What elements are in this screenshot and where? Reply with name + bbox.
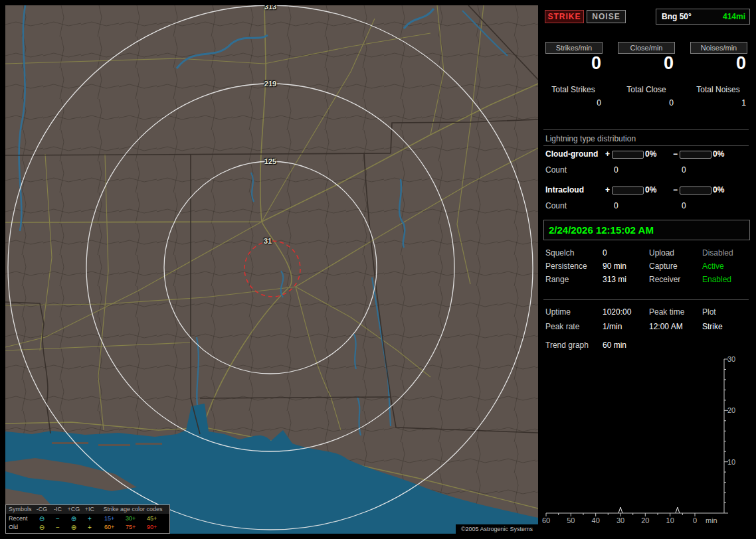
legend-symbols-header: Symbols (9, 505, 34, 514)
legend-old-label: Old (9, 523, 34, 532)
bearing-range-value: 414mi (723, 9, 745, 24)
ic-plus-count: 0 (614, 201, 618, 210)
cg-neg-recent-icon: ⊖ (34, 514, 50, 523)
persistence-label: Persistence (545, 262, 587, 271)
total-close-label: Total Close (615, 85, 678, 94)
cg-neg-old-icon: ⊖ (34, 523, 50, 532)
plot-label: Plot (702, 307, 716, 317)
ring-label-31: 31 (264, 237, 272, 245)
legend-col-ic-neg: -IC (50, 505, 66, 514)
total-noises-label: Total Noises (687, 85, 749, 94)
range-label: Range (545, 275, 569, 284)
svg-text:10: 10 (727, 458, 735, 466)
app-window: 313 219 125 31 Symbols -CG -IC +CG +IC S… (0, 0, 756, 539)
noise-indicator-button[interactable]: NOISE (587, 10, 626, 23)
trend-graph-value: 60 min (603, 341, 626, 350)
legend-col-cg-pos: +CG (66, 505, 82, 514)
lightning-map[interactable]: 313 219 125 31 Symbols -CG -IC +CG +IC S… (5, 5, 538, 534)
close-per-min-value: 0 (618, 53, 674, 74)
distribution-title: Lightning type distribution (545, 134, 636, 143)
svg-text:0: 0 (693, 516, 697, 524)
legend-header: Symbols -CG -IC +CG +IC Strike age color… (6, 505, 169, 514)
age-75: 75+ (126, 523, 145, 532)
divider (543, 299, 749, 300)
minus-sign: − (673, 185, 678, 194)
ring-label-219: 219 (264, 80, 276, 88)
cg-minus-bar (680, 151, 711, 159)
age-30: 30+ (126, 514, 145, 523)
cg-count-label: Count (545, 165, 567, 175)
symbol-legend: Symbols -CG -IC +CG +IC Strike age color… (5, 504, 170, 534)
total-strikes-value: 0 (547, 98, 601, 108)
ic-pos-recent-icon: + (82, 514, 98, 523)
copyright-notice: ©2005 Astrogenic Systems (456, 524, 538, 534)
cg-plus-pct: 0% (645, 149, 656, 159)
status-panel: STRIKE NOISE Bng 50° 414mi Strikes/min C… (542, 5, 752, 534)
datetime-value: 2/24/2026 12:15:02 AM (549, 220, 654, 240)
peak-time-label: Peak time (649, 307, 684, 317)
ic-neg-recent-icon: − (50, 514, 66, 523)
minus-sign: − (673, 149, 678, 159)
cg-pos-recent-icon: ⊕ (66, 514, 82, 523)
ic-pos-old-icon: + (82, 523, 98, 532)
trend-graph-label: Trend graph (545, 341, 589, 350)
svg-text:20: 20 (727, 406, 735, 414)
receiver-label: Receiver (649, 275, 680, 284)
uptime-label: Uptime (545, 307, 571, 317)
svg-text:50: 50 (567, 516, 575, 524)
svg-text:30: 30 (616, 516, 624, 524)
svg-text:40: 40 (592, 516, 600, 524)
ic-minus-count: 0 (682, 201, 686, 210)
svg-text:60: 60 (542, 516, 550, 524)
age-45: 45+ (147, 514, 167, 523)
bearing-readout: Bng 50° 414mi (656, 9, 750, 25)
legend-recent-label: Recent (9, 514, 34, 523)
divider (543, 129, 749, 130)
bearing-label: Bng 50° (662, 9, 692, 24)
upload-label: Upload (649, 248, 674, 258)
range-value: 313 mi (603, 275, 626, 284)
cg-plus-bar (612, 151, 644, 159)
strike-indicator-button[interactable]: STRIKE (545, 10, 584, 23)
legend-col-cg-neg: -CG (34, 505, 50, 514)
squelch-label: Squelch (545, 248, 574, 258)
datetime-box: 2/24/2026 12:15:02 AM (543, 220, 750, 240)
total-noises-value: 1 (692, 98, 746, 108)
svg-text:20: 20 (641, 516, 649, 524)
svg-text:min: min (706, 516, 717, 524)
cg-minus-count: 0 (682, 165, 686, 175)
capture-value: Active (702, 262, 724, 271)
age-15: 15+ (104, 514, 124, 523)
cg-plus-count: 0 (614, 165, 618, 175)
upload-value: Disabled (702, 248, 733, 258)
strikes-per-min-value: 0 (545, 53, 601, 74)
ring-label-125: 125 (264, 157, 276, 165)
cg-pos-old-icon: ⊕ (66, 523, 82, 532)
ic-plus-pct: 0% (645, 185, 656, 194)
ic-neg-old-icon: − (50, 523, 66, 532)
peak-time-value: 12:00 AM (649, 322, 683, 331)
ic-count-label: Count (545, 201, 567, 210)
age-60: 60+ (104, 523, 124, 532)
trend-graph: 3020106050403020100min (542, 356, 751, 528)
receiver-value: Enabled (702, 275, 731, 284)
svg-text:30: 30 (727, 356, 735, 363)
squelch-value: 0 (603, 248, 607, 258)
total-close-value: 0 (619, 98, 674, 108)
legend-col-ic-pos: +IC (82, 505, 98, 514)
svg-text:10: 10 (666, 516, 674, 524)
plus-sign: + (605, 149, 610, 159)
close-per-min-header: Close/min (618, 42, 675, 54)
ring-label-313: 313 (264, 5, 276, 11)
plus-sign: + (605, 185, 610, 194)
plot-value: Strike (702, 322, 723, 331)
legend-row-recent: Recent ⊖ − ⊕ + 15+ 30+ 45+ (6, 514, 169, 523)
noises-per-min-header: Noises/min (690, 42, 747, 54)
noises-per-min-value: 0 (690, 53, 746, 74)
strikes-per-min-header: Strikes/min (545, 42, 603, 54)
uptime-value: 1020:00 (603, 307, 631, 317)
legend-age-header: Strike age color codes (98, 505, 168, 514)
age-90: 90+ (147, 523, 167, 532)
divider (543, 145, 749, 146)
persistence-value: 90 min (603, 262, 626, 271)
